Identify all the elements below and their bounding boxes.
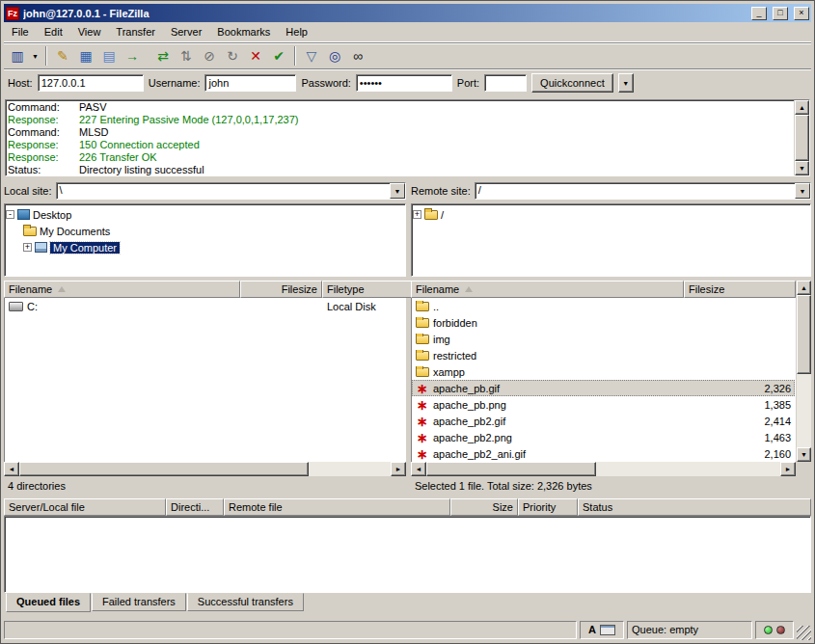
site-manager-dropdown-icon[interactable]: ▼ <box>29 45 41 67</box>
process-queue-icon[interactable]: ⇅ <box>175 45 198 67</box>
menu-item-help[interactable]: Help <box>278 23 315 40</box>
file-row[interactable]: .. <box>412 298 795 314</box>
file-row[interactable]: xampp <box>412 363 795 380</box>
port-input[interactable] <box>484 74 527 92</box>
reconnect-icon[interactable]: ↻ <box>221 45 244 67</box>
file-size: 2,414 <box>685 416 795 427</box>
file-row[interactable]: ∗apache_pb2_ani.gif 2,160 <box>412 445 795 462</box>
toggle-log-icon[interactable]: ✎ <box>51 45 74 67</box>
remote-list-body: .. forbidden img restricted <box>411 298 796 462</box>
scrollbar-thumb[interactable] <box>426 462 596 476</box>
folder-icon <box>416 318 429 328</box>
remote-site-value[interactable]: / <box>475 183 795 199</box>
search-icon[interactable]: ◎ <box>323 45 346 67</box>
local-site-value[interactable]: \ <box>57 183 390 199</box>
menu-item-edit[interactable]: Edit <box>37 23 70 40</box>
scrollbar-track[interactable] <box>797 295 811 447</box>
file-row[interactable]: forbidden <box>412 314 795 331</box>
quickconnect-dropdown-icon[interactable]: ▼ <box>618 73 634 93</box>
scroll-down-icon[interactable]: ▼ <box>795 161 809 175</box>
menu-item-bookmarks[interactable]: Bookmarks <box>209 23 278 40</box>
scrollbar-track[interactable] <box>795 115 809 161</box>
scroll-up-icon[interactable]: ▲ <box>795 100 809 115</box>
toggle-local-tree-icon[interactable]: ▦ <box>74 45 97 67</box>
column-header-filename[interactable]: Filename <box>4 281 240 298</box>
filter-icon[interactable]: ▽ <box>300 45 323 67</box>
chevron-down-icon[interactable]: ▼ <box>390 183 405 199</box>
chevron-down-icon[interactable]: ▼ <box>795 183 810 199</box>
scroll-down-icon[interactable]: ▼ <box>797 447 811 462</box>
tab-queued-files[interactable]: Queued files <box>6 593 91 612</box>
minimize-button[interactable]: _ <box>751 7 767 20</box>
column-header-status[interactable]: Status <box>578 498 811 516</box>
verify-icon[interactable]: ✔ <box>267 45 290 67</box>
tree-item-my-documents[interactable]: My Documents <box>6 223 404 239</box>
column-header-direction[interactable]: Directi... <box>166 498 224 516</box>
log-line-text: 227 Entering Passive Mode (127,0,0,1,17,… <box>79 114 298 126</box>
tab-failed-transfers[interactable]: Failed transfers <box>92 593 186 611</box>
scroll-left-icon[interactable]: ◄ <box>4 462 19 476</box>
toggle-remote-tree-icon[interactable]: ▤ <box>97 45 121 67</box>
menu-item-file[interactable]: File <box>4 23 37 40</box>
column-header-priority[interactable]: Priority <box>518 498 578 516</box>
column-header-size[interactable]: Size <box>450 498 518 516</box>
scrollbar-track[interactable] <box>19 462 391 476</box>
tree-item-my-computer[interactable]: + My Computer <box>6 239 404 255</box>
host-input[interactable] <box>38 74 144 92</box>
menu-item-transfer[interactable]: Transfer <box>108 23 163 40</box>
close-button[interactable]: × <box>794 7 809 20</box>
maximize-button[interactable]: □ <box>773 7 788 20</box>
local-horizontal-scrollbar[interactable]: ◄ ► <box>4 462 406 476</box>
column-header-filesize[interactable]: Filesize <box>240 281 322 298</box>
tab-successful-transfers[interactable]: Successful transfers <box>187 593 304 611</box>
quickconnect-button[interactable]: Quickconnect <box>531 73 613 93</box>
remote-vertical-scrollbar[interactable]: ▲ ▼ <box>796 281 811 462</box>
scrollbar-thumb[interactable] <box>795 115 809 161</box>
remote-site-combo[interactable]: / ▼ <box>475 182 811 200</box>
column-header-filesize[interactable]: Filesize <box>684 281 796 298</box>
column-header-filetype[interactable]: Filetype <box>322 281 419 298</box>
find-files-icon[interactable]: ∞ <box>346 45 369 67</box>
file-row[interactable]: ∗apache_pb.png 1,385 <box>412 396 795 413</box>
column-header-remote-file[interactable]: Remote file <box>224 498 450 516</box>
menu-item-server[interactable]: Server <box>163 23 209 40</box>
file-row[interactable]: restricted <box>412 347 795 363</box>
file-row[interactable]: ∗apache_pb2.png 1,463 <box>412 429 795 445</box>
tree-item-label: Desktop <box>33 209 71 221</box>
remote-horizontal-scrollbar[interactable]: ◄ ► <box>411 462 796 476</box>
scrollbar-track[interactable] <box>426 462 780 476</box>
column-header-server-local-file[interactable]: Server/Local file <box>4 498 166 516</box>
refresh-icon[interactable]: ⇄ <box>151 45 175 67</box>
scroll-right-icon[interactable]: ► <box>391 462 406 476</box>
cancel-icon[interactable]: ✕ <box>244 45 267 67</box>
queue-list-body[interactable] <box>4 516 811 593</box>
file-row[interactable]: ∗apache_pb2.gif 2,414 <box>412 413 795 429</box>
log-vertical-scrollbar[interactable]: ▲ ▼ <box>794 100 809 175</box>
resize-grip[interactable] <box>797 626 811 640</box>
tree-expander-icon[interactable]: + <box>413 210 421 219</box>
file-name: apache_pb2.png <box>433 432 512 443</box>
remote-site-label: Remote site: <box>411 185 471 197</box>
file-row-selected[interactable]: ∗apache_pb.gif 2,326 <box>412 380 795 396</box>
tree-item-root[interactable]: + / <box>413 206 809 223</box>
site-manager-icon[interactable]: ▥ <box>6 45 29 67</box>
tree-item-desktop[interactable]: - Desktop <box>6 206 404 223</box>
scroll-up-icon[interactable]: ▲ <box>797 281 811 295</box>
scroll-right-icon[interactable]: ► <box>780 462 796 476</box>
scrollbar-thumb[interactable] <box>19 462 309 476</box>
queue-header: Server/Local file Directi... Remote file… <box>4 498 811 516</box>
receive-led-icon <box>764 626 773 634</box>
disconnect-icon[interactable]: ⊘ <box>198 45 221 67</box>
column-header-filename[interactable]: Filename <box>411 281 684 298</box>
tree-expander-icon[interactable]: - <box>6 210 14 219</box>
file-row-c-drive[interactable]: C: Local Disk <box>5 298 405 314</box>
scrollbar-thumb[interactable] <box>797 295 811 374</box>
file-row[interactable]: img <box>412 331 795 347</box>
username-input[interactable] <box>204 74 296 92</box>
menu-item-view[interactable]: View <box>70 23 109 40</box>
local-site-combo[interactable]: \ ▼ <box>56 182 406 200</box>
tree-expander-icon[interactable]: + <box>23 243 32 252</box>
password-input[interactable] <box>356 74 452 92</box>
toggle-queue-icon[interactable]: → <box>121 45 144 67</box>
scroll-left-icon[interactable]: ◄ <box>411 462 426 476</box>
